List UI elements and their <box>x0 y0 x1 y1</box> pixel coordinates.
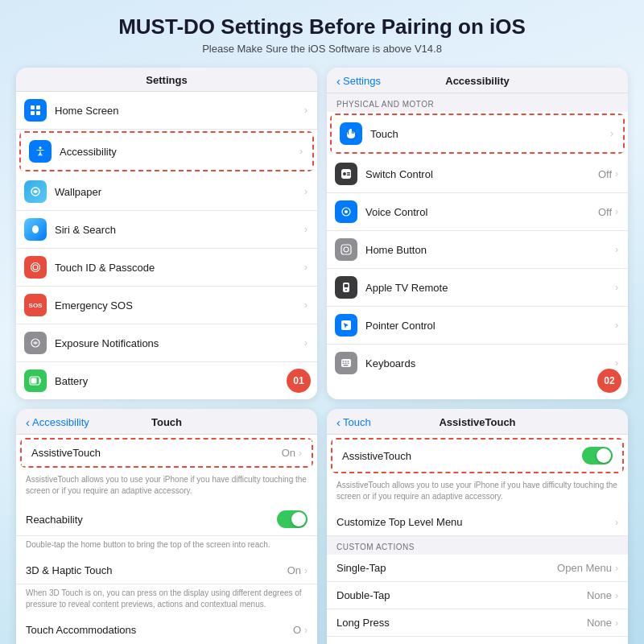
value-3d-haptic: On <box>287 564 301 576</box>
subtitle: Please Make Sure the iOS Software is abo… <box>202 43 442 55</box>
toggle-knob-at <box>597 448 611 463</box>
section-physical-motor: PHYSICAL AND MOTOR <box>327 93 628 112</box>
chevron-apple-tv: › <box>615 282 618 293</box>
chevron-keyboards: › <box>615 357 618 369</box>
row-home-button[interactable]: Home Button › <box>327 231 628 269</box>
svg-rect-0 <box>31 105 35 109</box>
row-voice-control[interactable]: Voice Control Off › <box>327 193 628 231</box>
row-touch-accommodations[interactable]: Touch Accommodations O › <box>16 617 317 643</box>
svg-rect-26 <box>343 361 345 362</box>
panel-accessibility-header: ‹ Settings Accessibility <box>327 68 628 93</box>
row-home-screen[interactable]: Home Screen › <box>16 92 317 130</box>
label-switch-control: Switch Control <box>365 168 598 180</box>
back-arrow-accessibility[interactable]: ‹ <box>26 415 30 429</box>
row-accessibility[interactable]: Accessibility › <box>21 133 312 170</box>
row-apple-tv[interactable]: Apple TV Remote › <box>327 269 628 307</box>
label-apple-tv: Apple TV Remote <box>365 282 615 294</box>
chevron-touchid: › <box>304 262 308 273</box>
row-siri[interactable]: Siri & Search › <box>16 211 317 249</box>
row-single-tap[interactable]: Single-Tap Open Menu › <box>327 555 628 582</box>
label-siri: Siri & Search <box>55 224 304 236</box>
icon-apple-tv <box>335 276 357 299</box>
chevron-switch-control: › <box>615 168 618 180</box>
row-double-tap[interactable]: Double-Tap None › <box>327 582 628 609</box>
row-3d-haptic[interactable]: 3D & Haptic Touch On › <box>16 557 317 584</box>
row-long-press[interactable]: Long Press None › <box>327 609 628 637</box>
icon-home-button <box>335 238 357 261</box>
svg-rect-12 <box>31 378 37 384</box>
svg-point-20 <box>344 247 349 252</box>
label-voice-control: Voice Control <box>365 206 598 218</box>
desc-assistivetouch-panel3: AssistiveTouch allows you to use your iP… <box>16 471 317 503</box>
back-label-settings[interactable]: Settings <box>343 75 381 87</box>
row-switch-control[interactable]: Switch Control Off › <box>327 155 628 193</box>
svg-rect-31 <box>348 363 349 365</box>
toggle-reachability[interactable] <box>277 510 308 528</box>
row-touchid[interactable]: Touch ID & Passcode › <box>16 249 317 287</box>
row-wallpaper[interactable]: Wallpaper › <box>16 173 317 211</box>
chevron-long-press: › <box>615 617 618 629</box>
label-double-tap: Double-Tap <box>336 589 587 601</box>
svg-rect-15 <box>347 172 350 174</box>
page-wrapper: MUST-DO Settings Before Pairing on iOS P… <box>0 0 644 644</box>
label-exposure: Exposure Notifications <box>55 337 304 349</box>
chevron-customize-top-menu: › <box>615 517 618 528</box>
back-arrow-touch[interactable]: ‹ <box>336 415 341 429</box>
icon-siri <box>24 218 47 241</box>
value-single-tap: Open Menu <box>557 562 612 574</box>
row-reachability[interactable]: Reachability <box>16 503 317 536</box>
panel-accessibility: ‹ Settings Accessibility PHYSICAL AND MO… <box>327 68 628 399</box>
panel-assistivetouch: ‹ Touch AssistiveTouch AssistiveTouch As… <box>327 409 628 644</box>
row-pointer-control[interactable]: Pointer Control › <box>327 307 628 345</box>
row-battery[interactable]: Battery › <box>16 362 317 399</box>
row-exposure[interactable]: Exposure Notifications › <box>16 324 317 362</box>
label-long-press: Long Press <box>336 617 587 629</box>
back-label-touch[interactable]: Touch <box>343 416 371 428</box>
icon-battery <box>24 369 47 392</box>
icon-emergency: SOS <box>24 294 47 316</box>
svg-point-23 <box>345 289 347 291</box>
label-home-button: Home Button <box>365 244 615 256</box>
label-touch: Touch <box>370 128 610 140</box>
svg-point-18 <box>345 210 348 213</box>
chevron-accessibility: › <box>299 146 303 157</box>
section-custom-actions: CUSTOM ACTIONS <box>327 536 628 555</box>
value-switch-control: Off <box>598 168 612 180</box>
svg-point-4 <box>39 147 42 149</box>
svg-rect-3 <box>36 111 40 115</box>
label-battery: Battery <box>55 375 304 387</box>
row-3d-touch-at[interactable]: 3D Touch Hom › <box>327 637 628 644</box>
icon-voice-control <box>335 200 357 223</box>
svg-point-8 <box>31 263 40 272</box>
highlight-accessibility: Accessibility › <box>19 131 314 171</box>
back-label-accessibility[interactable]: Accessibility <box>32 416 89 428</box>
label-assistivetouch-panel3: AssistiveTouch <box>31 447 282 459</box>
chevron-assistivetouch-panel3: › <box>299 448 302 459</box>
highlight-at-toggle: AssistiveTouch <box>331 438 624 473</box>
label-accessibility: Accessibility <box>60 146 299 158</box>
value-touch-accommodations: O <box>293 624 301 636</box>
label-3d-haptic: 3D & Haptic Touch <box>26 564 287 576</box>
svg-rect-19 <box>341 245 351 254</box>
back-arrow-settings[interactable]: ‹ <box>336 74 341 88</box>
toggle-at[interactable] <box>582 447 613 464</box>
row-customize-top-menu[interactable]: Customize Top Level Menu › <box>327 509 628 536</box>
icon-touchid <box>24 256 47 279</box>
row-at-toggle[interactable]: AssistiveTouch <box>332 440 622 472</box>
value-assistivetouch-panel3: On <box>282 447 295 459</box>
desc-at: AssistiveTouch allows you to use your iP… <box>327 477 628 509</box>
row-keyboards[interactable]: Keyboards › <box>327 345 628 382</box>
value-long-press: None <box>587 617 612 629</box>
panel-settings-content: Home Screen › Accessibility › <box>16 92 317 399</box>
row-emergency[interactable]: SOS Emergency SOS › <box>16 287 317 324</box>
icon-keyboards <box>335 352 357 374</box>
svg-point-7 <box>33 265 38 270</box>
row-assistivetouch-panel3[interactable]: AssistiveTouch On › <box>22 440 312 466</box>
row-touch[interactable]: Touch › <box>332 115 623 152</box>
chevron-voice-control: › <box>615 206 618 217</box>
chevron-exposure: › <box>304 337 308 349</box>
panel-at-content: AssistiveTouch AssistiveTouch allows you… <box>327 435 628 644</box>
highlight-touch: Touch › <box>330 114 625 154</box>
value-voice-control: Off <box>598 206 612 218</box>
chevron-emergency: › <box>304 299 308 311</box>
